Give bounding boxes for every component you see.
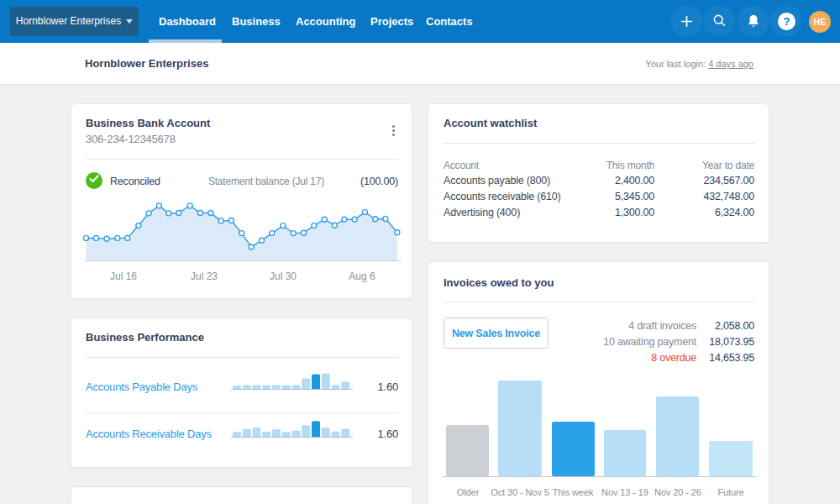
svg-text:Nov 13 - 19: Nov 13 - 19: [601, 487, 648, 497]
svg-text:Older: Older: [457, 487, 480, 497]
svg-text:Jul 23: Jul 23: [191, 270, 218, 282]
svg-text:Aug 6: Aug 6: [349, 270, 375, 282]
svg-text:Oct 30 - Nov 5: Oct 30 - Nov 5: [491, 487, 549, 497]
svg-text:Jul 30: Jul 30: [270, 270, 297, 282]
svg-text:Jul 16: Jul 16: [110, 270, 137, 282]
svg-text:Nov 20 - 26: Nov 20 - 26: [654, 487, 701, 497]
svg-text:Future: Future: [717, 487, 743, 497]
svg-text:This week: This week: [553, 487, 594, 497]
